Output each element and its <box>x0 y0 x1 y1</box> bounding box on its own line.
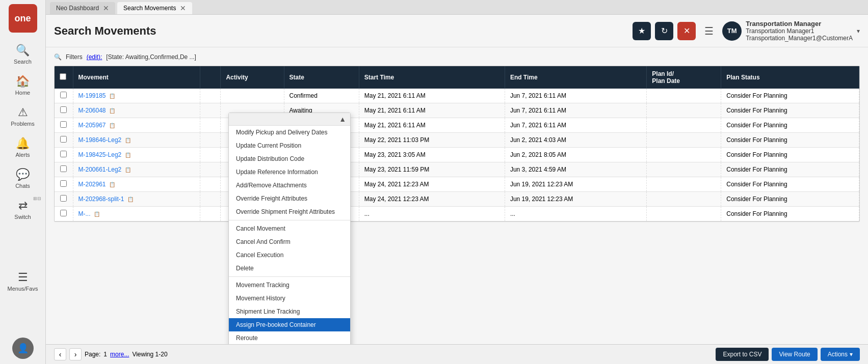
row-checkbox-8[interactable] <box>60 210 67 216</box>
content-footer: ‹ › Page: 1 more... Viewing 1-20 Export … <box>46 344 868 364</box>
row-end-time-8: ... <box>505 207 646 221</box>
sidebar-item-alerts[interactable]: 🔔 Alerts <box>0 132 45 163</box>
row-checkbox-2[interactable] <box>60 121 67 128</box>
col-end-time[interactable]: End Time <box>505 66 646 89</box>
col-movement[interactable]: Movement <box>73 66 200 89</box>
context-menu-collapse-arrow[interactable]: ▲ <box>339 115 346 123</box>
pagination-prev-button[interactable]: ‹ <box>54 348 66 360</box>
menu-cancel-execution[interactable]: Cancel Execution <box>229 248 350 262</box>
row-checkbox-7[interactable] <box>60 195 67 202</box>
table-header-row: Movement Activity State Start Time End T… <box>55 66 859 89</box>
hamburger-icon: ☰ <box>704 25 714 37</box>
movement-link-5[interactable]: M-200661-Leg2 <box>78 166 122 173</box>
row-checkbox-1[interactable] <box>60 106 67 113</box>
user-sub1: Transportation Manager1 <box>746 27 853 35</box>
col-start-time[interactable]: Start Time <box>359 66 505 89</box>
refresh-button[interactable]: ↻ <box>655 22 673 40</box>
menu-cancel-movement[interactable]: Cancel Movement <box>229 222 350 235</box>
sidebar-item-alerts-label: Alerts <box>15 152 30 158</box>
view-route-button[interactable]: View Route <box>772 348 817 361</box>
menu-update-reference[interactable]: Update Reference Information <box>229 165 350 179</box>
row-movement-id: M-198646-Leg2 📋 <box>73 133 200 148</box>
movement-link-4[interactable]: M-198425-Leg2 <box>78 151 122 158</box>
actions-dropdown-arrow: ▾ <box>850 351 853 358</box>
tab-neo-dashboard[interactable]: Neo Dashboard ✕ <box>50 2 115 14</box>
row-plan-status-1: Consider For Planning <box>721 103 859 118</box>
menu-cancel-confirm[interactable]: Cancel And Confirm <box>229 235 350 248</box>
sidebar-item-chats[interactable]: 💬 Chats <box>0 163 45 194</box>
footer-actions: Export to CSV View Route Actions ▾ <box>716 348 860 361</box>
tab-neo-dashboard-close[interactable]: ✕ <box>103 5 109 12</box>
col-spacer <box>200 66 220 89</box>
row-checkbox-0[interactable] <box>60 92 67 98</box>
row-end-time-4: Jun 2, 2021 8:05 AM <box>505 148 646 162</box>
menu-assign-prebooked-container[interactable]: Assign Pre-booked Container <box>229 318 350 331</box>
menu-add-remove-attachments[interactable]: Add/Remove Attachments <box>229 179 350 192</box>
filter-label: Filters <box>66 53 83 61</box>
sidebar-item-menus-favs[interactable]: ☰ Menus/Favs <box>0 266 45 297</box>
filter-edit-link[interactable]: (edit): <box>87 53 102 61</box>
close-header-icon: ✕ <box>683 26 690 36</box>
export-csv-button[interactable]: Export to CSV <box>716 348 769 361</box>
row-start-time-5: May 23, 2021 11:59 PM <box>359 162 505 177</box>
row-checkbox-3[interactable] <box>60 136 67 143</box>
movement-link-8[interactable]: M-... <box>78 210 91 217</box>
menu-update-position[interactable]: Update Current Position <box>229 139 350 152</box>
movement-link-1[interactable]: M-206048 <box>78 107 106 114</box>
menus-icon: ☰ <box>18 271 28 284</box>
menu-reroute[interactable]: Reroute <box>229 331 350 344</box>
menu-movement-history[interactable]: Movement History <box>229 292 350 305</box>
row-end-time-5: Jun 3, 2021 4:59 AM <box>505 162 646 177</box>
sidebar-item-chats-label: Chats <box>15 183 30 189</box>
row-checkbox-4[interactable] <box>60 151 67 157</box>
sidebar-item-switch[interactable]: ⇄ Switch ⊞⊟ <box>0 194 45 225</box>
menu-movement-tracking[interactable]: Movement Tracking <box>229 278 350 292</box>
tab-search-movements[interactable]: Search Movements ✕ <box>117 2 192 14</box>
content-header: Search Movements ★ ↻ ✕ ☰ TM Transportati… <box>46 15 868 47</box>
pagination-page-label: Page: <box>85 351 100 358</box>
sidebar-item-home[interactable]: 🏠 Home <box>0 70 45 101</box>
close-header-button[interactable]: ✕ <box>677 22 696 40</box>
pagination-more-link[interactable]: more... <box>110 351 129 358</box>
table-row: M-200661-Leg2 📋 Awaiting May 23, 2021 11… <box>55 162 859 177</box>
movement-link-7[interactable]: M-202968-split-1 <box>78 195 124 203</box>
user-avatar[interactable]: 👤 <box>12 338 34 359</box>
main-area: Neo Dashboard ✕ Search Movements ✕ Searc… <box>46 0 868 364</box>
movement-icon-0: 📋 <box>109 93 115 99</box>
menu-delete[interactable]: Delete <box>229 262 350 275</box>
row-plan-status-6: Consider For Planning <box>721 177 859 192</box>
menu-modify-pickup[interactable]: Modify Pickup and Delivery Dates <box>229 126 350 139</box>
select-all-checkbox[interactable] <box>60 73 66 80</box>
app-logo[interactable]: one <box>9 4 37 33</box>
col-activity[interactable]: Activity <box>221 66 284 89</box>
menu-override-freight[interactable]: Override Freight Attributes <box>229 192 350 205</box>
menu-update-dist-code[interactable]: Update Distribution Code <box>229 152 350 165</box>
user-dropdown-arrow[interactable]: ▾ <box>857 27 860 35</box>
star-button[interactable]: ★ <box>633 22 651 40</box>
movement-link-3[interactable]: M-198646-Leg2 <box>78 136 122 144</box>
movement-link-0[interactable]: M-199185 <box>78 92 106 99</box>
col-state[interactable]: State <box>284 66 359 89</box>
sidebar-item-problems[interactable]: ⚠ Problems <box>0 101 45 132</box>
movement-link-6[interactable]: M-202961 <box>78 181 106 188</box>
row-plan-status-3: Consider For Planning <box>721 133 859 148</box>
pagination-next-button[interactable]: › <box>69 348 82 360</box>
tab-search-movements-close[interactable]: ✕ <box>180 5 186 12</box>
hamburger-button[interactable]: ☰ <box>700 22 718 40</box>
movement-link-2[interactable]: M-205967 <box>78 122 106 129</box>
col-plan-id[interactable]: Plan Id/Plan Date <box>647 66 721 89</box>
sidebar-item-search[interactable]: 🔍 Search <box>0 39 45 70</box>
sidebar-item-problems-label: Problems <box>11 121 34 127</box>
actions-button[interactable]: Actions ▾ <box>821 348 860 361</box>
col-plan-status[interactable]: Plan Status <box>721 66 859 89</box>
menu-shipment-line-tracking[interactable]: Shipment Line Tracking <box>229 305 350 318</box>
table-row: M-198646-Leg2 📋 Awaiting May 22, 2021 11… <box>55 133 859 148</box>
col-checkbox <box>55 66 73 89</box>
row-checkbox-6[interactable] <box>60 180 67 187</box>
row-movement-id: M-199185 📋 <box>73 89 200 103</box>
row-activity-0 <box>221 89 284 103</box>
context-menu: ▲ Modify Pickup and Delivery Dates Updat… <box>228 113 351 344</box>
menu-override-shipment-freight[interactable]: Override Shipment Freight Attributes <box>229 205 350 218</box>
row-checkbox-5[interactable] <box>60 165 67 172</box>
row-checkbox-cell <box>55 148 73 162</box>
